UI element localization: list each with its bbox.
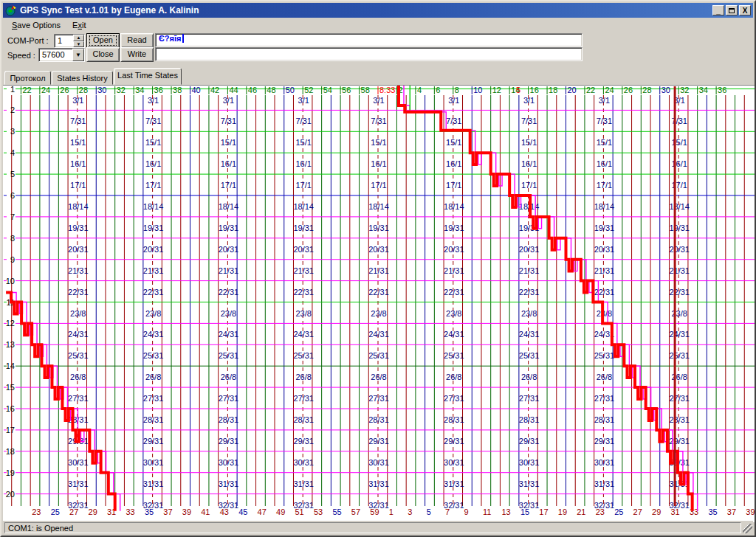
bottom-axis-label: 35 — [708, 507, 717, 516]
satellite-state-label: 31/31 — [519, 479, 540, 488]
top-axis-label: 34 — [135, 86, 144, 94]
menu-save-options[interactable]: Save Options — [6, 19, 66, 32]
com-port-label: COM-Port : — [7, 36, 49, 45]
top-axis-label: 46 — [248, 86, 257, 94]
satellite-state-label: 29/31 — [293, 437, 314, 446]
satellite-state-label: 7/31 — [221, 117, 236, 125]
row-label: 17 — [6, 426, 15, 434]
maximize-icon — [729, 8, 735, 13]
satellite-state-label: 3/1 — [373, 96, 384, 105]
satellite-state-label: 23/8 — [371, 309, 386, 318]
satellite-state-label: 21/31 — [594, 266, 615, 275]
top-axis-label: 10 — [473, 86, 482, 94]
spin-down-icon[interactable]: ▼ — [73, 41, 84, 48]
satellite-state-label: 3/1 — [148, 96, 159, 105]
top-axis-label: 12 — [492, 86, 501, 94]
open-button[interactable]: Open — [86, 33, 120, 48]
satellite-state-label: 29/31 — [519, 437, 540, 446]
response-text — [156, 46, 160, 57]
satellite-state-label: 15/1 — [70, 138, 86, 147]
bottom-axis-label: 49 — [276, 507, 285, 516]
satellite-state-label: 27/31 — [669, 394, 690, 403]
status-message: COM1: is Opened — [4, 522, 741, 533]
satellite-state-label: 21/31 — [669, 266, 690, 275]
row-label: 12 — [6, 319, 15, 328]
satellite-state-label: 32/31 — [68, 501, 89, 510]
satellite-state-label: 17/1 — [145, 181, 161, 190]
command-input[interactable]: Є?яīя — [155, 33, 583, 47]
top-axis-label: 50 — [286, 86, 295, 94]
com-port-value: 1 — [55, 35, 73, 47]
satellite-state-label: 26/8 — [295, 373, 311, 381]
satellite-state-label: 27/31 — [219, 394, 239, 403]
top-axis-label: 26 — [60, 86, 69, 94]
satellite-state-label: 3/1 — [523, 96, 535, 105]
top-axis-label: 26 — [624, 86, 633, 94]
satellite-state-label: 3/1 — [448, 96, 459, 105]
satellite-state-label: 20/31 — [444, 245, 464, 254]
satellite-state-label: 18/14 — [368, 202, 389, 211]
bottom-axis-label: 41 — [201, 507, 210, 516]
satellite-state-label: 15/1 — [221, 138, 236, 147]
satellite-state-label: 32/31 — [293, 501, 314, 510]
bottom-axis-label: 25 — [51, 507, 60, 516]
close-button[interactable]: X — [739, 5, 751, 15]
bottom-axis-label: 9 — [464, 507, 469, 516]
spin-up-icon[interactable]: ▲ — [73, 35, 84, 41]
top-axis-label: 36 — [154, 86, 163, 94]
read-button[interactable]: Read — [120, 33, 154, 48]
satellite-state-label: 28/31 — [219, 415, 239, 424]
satellite-state-label: 27/31 — [519, 394, 540, 403]
satellite-state-label: 16/1 — [145, 159, 161, 168]
menu-exit[interactable]: Exit — [66, 19, 92, 32]
satellite-state-label: 17/1 — [295, 181, 311, 190]
satellite-state-label: 20/31 — [143, 245, 164, 254]
satellite-state-label: 18/14 — [444, 202, 464, 211]
bottom-axis-label: 47 — [258, 507, 267, 516]
chevron-down-icon[interactable]: ▼ — [72, 49, 84, 61]
satellite-state-label: 28/31 — [293, 415, 314, 424]
satellite-state-label: 22/31 — [293, 288, 314, 297]
satellite-state-label: 25/31 — [519, 351, 540, 360]
satellite-state-label: 16/1 — [295, 159, 311, 168]
write-button[interactable]: Write — [120, 47, 154, 62]
com-port-spinner: ▲ ▼ — [73, 35, 84, 47]
satellite-state-label: 21/31 — [219, 266, 239, 275]
satellite-state-label: 28/31 — [368, 415, 389, 424]
resize-grip[interactable] — [743, 524, 752, 533]
satellite-state-label: 15/1 — [295, 138, 311, 147]
bottom-axis-label: 3 — [408, 507, 412, 516]
tab-last-time-states[interactable]: Last Time States — [114, 68, 182, 85]
bottom-axis-label: 55 — [332, 507, 341, 516]
satellite-state-label: 27/31 — [293, 394, 314, 403]
top-axis-label: 34 — [699, 86, 708, 94]
minimize-button[interactable]: _ — [712, 5, 724, 15]
com-port-stepper[interactable]: 1 ▲ ▼ — [54, 34, 85, 48]
row-label: 10 — [6, 277, 15, 285]
top-axis-label: 4 — [417, 86, 422, 94]
top-axis-label: 32 — [680, 86, 689, 94]
satellite-state-label: 29/31 — [219, 437, 239, 446]
satellite-state-label: 25/31 — [293, 351, 314, 360]
satellite-state-label: 16/1 — [371, 159, 386, 168]
top-axis-label: 58 — [361, 86, 370, 94]
row-label: 14 — [6, 361, 15, 370]
speed-select[interactable]: 57600 ▼ — [38, 48, 85, 62]
satellite-state-label: 20/31 — [68, 245, 89, 254]
satellite-state-label: 18/14 — [143, 202, 164, 211]
maximize-button[interactable] — [726, 5, 738, 15]
top-axis-label: 8 — [455, 86, 459, 94]
bottom-axis-label: 17 — [539, 507, 548, 516]
satellite-state-label: 19/31 — [68, 224, 89, 232]
tab-states-history[interactable]: States History — [52, 71, 113, 85]
close-port-button[interactable]: Close — [86, 47, 120, 62]
response-input[interactable] — [155, 47, 583, 61]
menu-bar: Save Options Exit — [3, 18, 753, 32]
row-label: 7 — [10, 212, 15, 221]
satellite-state-label: 17/1 — [70, 181, 86, 190]
bottom-axis-label: 29 — [89, 507, 97, 516]
satellite-state-label: 25/31 — [68, 351, 89, 360]
satellite-state-label: 15/1 — [521, 138, 537, 147]
tab-protocol[interactable]: Протокол — [4, 71, 51, 85]
satellite-state-label: 26/8 — [371, 373, 386, 381]
